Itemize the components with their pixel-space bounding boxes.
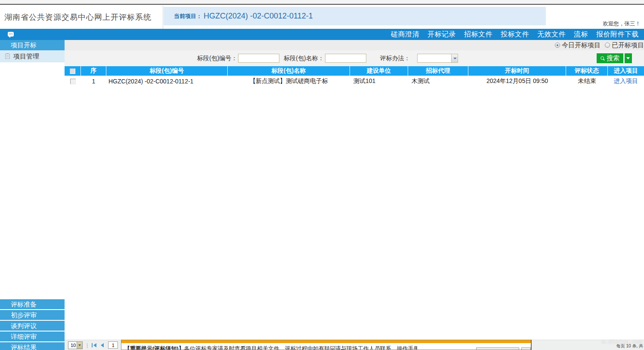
- nav-menu: 磋商澄清 开标记录 招标文件 投标文件 无效文件 流标 报价附件下载: [391, 29, 639, 40]
- nav-item-bid-opening-record[interactable]: 开标记录: [427, 30, 456, 39]
- popup-message-body: 各位评标专家请及时查看项目相关文件，评标过程中如有疑问请与现场工作人员联系，操作…: [184, 346, 417, 350]
- nav-item-failed-bid[interactable]: 流标: [574, 30, 588, 39]
- section-number-input[interactable]: [238, 54, 279, 63]
- search-buttons: 搜索: [597, 53, 632, 63]
- header-bid-opening-time: 开标时间: [468, 66, 566, 76]
- header-seq: 序: [81, 66, 106, 76]
- dropdown-arrow-icon[interactable]: [451, 54, 458, 62]
- sidebar-item-preliminary-review[interactable]: 初步评审: [0, 310, 65, 320]
- cell-section-name: 【新点测试】测试磋商电子标: [228, 77, 350, 85]
- popup-secondary-button[interactable]: [521, 347, 531, 350]
- search-bar: 标段(包)编号： 标段(包)名称： 评标办法： 搜索: [65, 50, 644, 66]
- cell-evaluation-status: 未结束: [566, 77, 608, 85]
- current-project-value: HGZC(2024) -02-C0012-0112-1: [204, 12, 313, 21]
- clipboard-icon: [5, 54, 10, 59]
- nav-item-invalid-documents[interactable]: 无效文件: [537, 30, 566, 39]
- main-content: 今日开标项目 已开标项目 标段(包)编号： 标段(包)名称： 评标办法：: [65, 40, 644, 87]
- popup-message: 【重要提示(评标须知)】各位评标专家请及时查看项目相关文件，评标过程中如有疑问请…: [124, 346, 417, 350]
- page-number-input[interactable]: [108, 341, 118, 349]
- evaluation-method-select[interactable]: [417, 54, 458, 63]
- nav-item-consultation-clarification[interactable]: 磋商澄清: [391, 30, 419, 39]
- search-options-chevron-button[interactable]: [625, 53, 632, 63]
- search-icon: [601, 56, 605, 61]
- header-construction-unit: 建设单位: [350, 66, 408, 76]
- welcome-text: 欢迎您，张三！: [603, 20, 641, 28]
- project-filter-radios: 今日开标项目 已开标项目: [65, 40, 644, 50]
- section-name-label: 标段(包)名称：: [284, 55, 324, 62]
- page-size-value: 10: [71, 343, 76, 348]
- cell-section-number: HGZC(2024) -02-C0012-0112-1: [106, 78, 228, 85]
- top-navbar: 磋商澄清 开标记录 招标文件 投标文件 无效文件 流标 报价附件下载: [0, 29, 644, 40]
- sidebar-item-negotiation-review[interactable]: 谈判评议: [0, 321, 65, 331]
- sidebar-bottom-group: 评标准备 初步评审 谈判评议 详细评审 评标结果: [0, 299, 65, 350]
- sidebar-item-label: 项目管理: [13, 50, 39, 62]
- cell-checkbox: [65, 79, 81, 84]
- search-form: 标段(包)编号： 标段(包)名称： 评标办法：: [197, 50, 458, 66]
- watermark: m.diojyo.com: [602, 338, 642, 345]
- cell-construction-unit: 测试101: [350, 77, 408, 85]
- section-name-input[interactable]: [325, 54, 366, 63]
- top-strip: [0, 0, 644, 5]
- page-size-dropdown-arrow-icon[interactable]: [77, 342, 82, 349]
- popup-button[interactable]: [476, 347, 519, 350]
- evaluation-method-label: 评标办法：: [380, 55, 410, 62]
- section-number-label: 标段(包)编号：: [197, 55, 237, 62]
- enter-project-link[interactable]: 进入项目: [614, 77, 638, 85]
- sidebar-item-evaluation-preparation[interactable]: 评标准备: [0, 299, 65, 309]
- header-evaluation-status: 评标状态: [566, 66, 608, 76]
- sidebar-item-project-management[interactable]: 项目管理: [0, 50, 65, 62]
- sidebar: 项目开标 项目管理 评标准备 初步评审 谈判评议 详细评审 评标结果: [0, 40, 65, 350]
- header-section-number: 标段(包)编号: [106, 66, 228, 76]
- header-enter-project: 进入项目: [608, 66, 644, 76]
- table-header-row: 序 标段(包)编号 标段(包)名称 建设单位 招标代理 开标时间 评标状态 进入…: [65, 66, 644, 76]
- notice-popup: 【重要提示(评标须知)】各位评标专家请及时查看项目相关文件，评标过程中如有疑问请…: [121, 340, 532, 350]
- select-all-checkbox[interactable]: [70, 68, 75, 74]
- app-root: 关闭 湖南省公共资源交易中心网上开评标系统 当前项目： HGZC(2024) -…: [0, 0, 644, 350]
- table-row: 1 HGZC(2024) -02-C0012-0112-1 【新点测试】测试磋商…: [65, 76, 644, 87]
- radio-today-bid-opening-projects[interactable]: 今日开标项目: [555, 41, 601, 49]
- sidebar-item-project-bid-opening[interactable]: 项目开标: [0, 40, 65, 50]
- header-divider: [163, 6, 163, 29]
- radio-unselected-icon: [605, 43, 610, 48]
- popup-message-prefix: 【重要提示(评标须知)】: [124, 346, 184, 350]
- pagination-separator: |: [87, 342, 88, 348]
- radio-opened-projects[interactable]: 已开标项目: [605, 41, 644, 49]
- header-select-all: [65, 66, 81, 76]
- radio-selected-icon: [555, 43, 560, 48]
- nav-item-tender-documents[interactable]: 招标文件: [464, 30, 492, 39]
- page-size-select[interactable]: 10: [68, 341, 83, 349]
- radio-label: 今日开标项目: [562, 41, 601, 49]
- projects-table: 序 标段(包)编号 标段(包)名称 建设单位 招标代理 开标时间 评标状态 进入…: [65, 66, 644, 87]
- cell-bid-opening-time: 2024年12月05日 09:50: [468, 77, 566, 85]
- row-checkbox[interactable]: [70, 79, 76, 84]
- nav-item-bid-documents[interactable]: 投标文件: [501, 30, 529, 39]
- current-project-banner: 当前项目： HGZC(2024) -02-C0012-0112-1: [164, 7, 546, 25]
- header-tender-agency: 招标代理: [408, 66, 468, 76]
- previous-page-icon[interactable]: [101, 343, 104, 347]
- sidebar-item-detailed-review[interactable]: 详细评审: [0, 332, 65, 341]
- radio-label: 已开标项目: [612, 41, 644, 49]
- sidebar-item-evaluation-result[interactable]: 评标结果: [0, 342, 65, 350]
- cell-seq: 1: [81, 78, 106, 85]
- cell-enter-project: 进入项目: [608, 77, 644, 85]
- app-header: 湖南省公共资源交易中心网上开评标系统 当前项目： HGZC(2024) -02-…: [0, 6, 644, 29]
- nav-item-quote-attachment-download[interactable]: 报价附件下载: [596, 30, 639, 39]
- app-title: 湖南省公共资源交易中心网上开评标系统: [4, 6, 152, 29]
- first-page-icon[interactable]: [92, 343, 97, 347]
- cell-tender-agency: 木测试: [408, 77, 468, 85]
- search-button-label: 搜索: [607, 54, 619, 62]
- current-project-label: 当前项目：: [174, 12, 202, 20]
- chat-bubble-icon: [8, 32, 14, 37]
- search-button[interactable]: 搜索: [597, 53, 623, 63]
- header-section-name: 标段(包)名称: [228, 66, 350, 76]
- popup-title-bar[interactable]: [121, 340, 531, 343]
